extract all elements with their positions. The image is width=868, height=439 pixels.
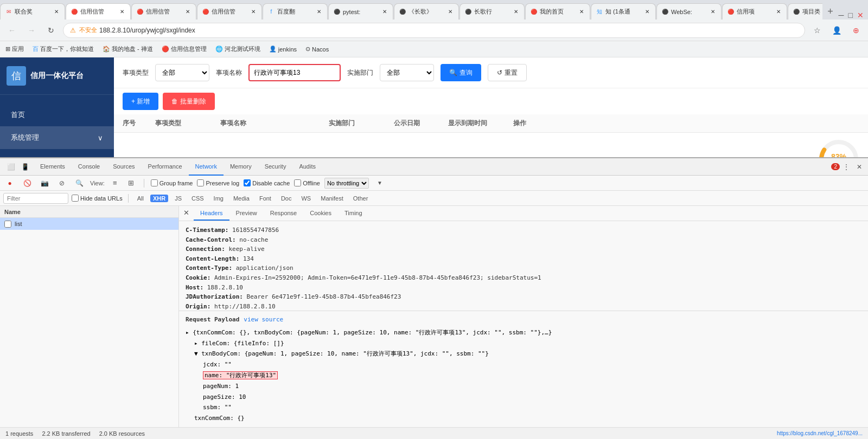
filter-media[interactable]: Media xyxy=(230,195,253,202)
hide-data-urls-label[interactable]: Hide data URLs xyxy=(72,195,123,202)
bookmark-apps[interactable]: ⊞ 应用 xyxy=(5,45,24,53)
offline-checkbox[interactable] xyxy=(294,179,301,186)
grid-view-button[interactable]: ⊞ xyxy=(125,177,137,189)
bookmark-jenkins[interactable]: 👤 jenkins xyxy=(269,46,297,53)
tab-memory[interactable]: Memory xyxy=(224,158,258,176)
filter-css[interactable]: CSS xyxy=(188,195,207,202)
tab-close-6[interactable]: ✕ xyxy=(381,8,388,16)
list-view-button[interactable]: ≡ xyxy=(109,177,121,189)
tab-close-4[interactable]: ✕ xyxy=(250,8,257,16)
tab-close-7[interactable]: ✕ xyxy=(446,8,454,16)
browser-tab-5[interactable]: f百度翻✕ xyxy=(263,3,328,20)
bookmark-credit[interactable]: 🔴 信用信息管理 xyxy=(162,45,207,53)
browser-tab-9[interactable]: 🔴我的首页✕ xyxy=(525,3,590,20)
browser-tab-6[interactable]: ⚫pytest:✕ xyxy=(328,3,393,20)
profile-button[interactable]: 👤 xyxy=(829,23,844,38)
preserve-log-checkbox-label[interactable]: Preserve log xyxy=(197,179,239,186)
maximize-button[interactable]: □ xyxy=(848,11,853,20)
search-button[interactable]: 🔍 查询 xyxy=(441,64,481,81)
filter-xhr[interactable]: XHR xyxy=(150,195,168,202)
offline-checkbox-label[interactable]: Offline xyxy=(294,179,320,186)
close-devtools-button[interactable]: ✕ xyxy=(853,160,866,173)
address-bar[interactable]: ⚠ 不安全 188.2.8.10/urop/ywjcgl/sxgl/index xyxy=(63,23,805,38)
tab-security[interactable]: Security xyxy=(258,158,293,176)
browser-tab-4[interactable]: 🔴信用信管✕ xyxy=(197,3,262,20)
list-item-checkbox[interactable] xyxy=(4,221,11,228)
clear-button[interactable]: 🚫 xyxy=(21,177,34,190)
minimize-button[interactable]: ─ xyxy=(839,11,844,20)
tab-timing[interactable]: Timing xyxy=(338,206,369,221)
tab-close-12[interactable]: ✕ xyxy=(775,8,782,16)
close-detail-button[interactable]: ✕ xyxy=(179,206,194,221)
browser-tab-11[interactable]: ⚫WebSe:✕ xyxy=(656,3,722,20)
tab-close-1[interactable]: ✕ xyxy=(53,8,60,16)
tab-audits[interactable]: Audits xyxy=(292,158,322,176)
browser-tab-10[interactable]: 知知 (1条通✕ xyxy=(591,3,656,20)
dept-select[interactable]: 全部 xyxy=(380,64,434,81)
close-button[interactable]: ✕ xyxy=(857,11,864,20)
browser-tab-8[interactable]: ⚫长歌行✕ xyxy=(459,3,525,20)
browser-tab-12[interactable]: 🔴信用项✕ xyxy=(722,3,787,20)
throttle-select[interactable]: No throttling xyxy=(324,178,369,189)
network-filter-input[interactable] xyxy=(3,193,68,204)
filter-manifest[interactable]: Manifest xyxy=(317,195,347,202)
sidebar-item-home[interactable]: 首页 xyxy=(0,104,114,126)
filter-img[interactable]: Img xyxy=(210,195,227,202)
disable-cache-checkbox[interactable] xyxy=(244,179,251,186)
disable-cache-checkbox-label[interactable]: Disable cache xyxy=(244,179,290,186)
type-select[interactable]: 全部 xyxy=(155,64,209,81)
capture-screenshot-button[interactable]: 📷 xyxy=(38,177,51,190)
record-button[interactable]: ● xyxy=(3,177,16,190)
tab-network[interactable]: Network xyxy=(189,158,224,176)
tab-close-11[interactable]: ✕ xyxy=(709,8,717,16)
bookmark-myspace[interactable]: 🏠 我的地盘 - 禅道 xyxy=(103,45,153,53)
filter-font[interactable]: Font xyxy=(256,195,275,202)
filter-ws[interactable]: WS xyxy=(298,195,314,202)
hide-data-urls-checkbox[interactable] xyxy=(72,195,79,202)
filter-other[interactable]: Other xyxy=(350,195,372,202)
new-tab-button[interactable]: + xyxy=(822,3,839,20)
tab-close-3[interactable]: ✕ xyxy=(184,8,192,16)
bookmark-nacos[interactable]: ⊙ Nacos xyxy=(305,46,329,53)
reload-button[interactable]: ↻ xyxy=(43,23,59,38)
add-button[interactable]: + 新增 xyxy=(123,93,158,110)
back-button[interactable]: ← xyxy=(4,23,20,38)
bookmark-star-button[interactable]: ☆ xyxy=(809,23,825,38)
filter-all[interactable]: All xyxy=(134,195,147,202)
forward-button[interactable]: → xyxy=(24,23,39,38)
group-frame-checkbox[interactable] xyxy=(151,179,158,186)
tab-close-2[interactable]: ✕ xyxy=(118,8,126,16)
throttle-chevron-icon[interactable]: ▼ xyxy=(373,177,386,190)
tab-preview[interactable]: Preview xyxy=(229,206,264,221)
reset-button[interactable]: ↺ 重置 xyxy=(488,64,527,81)
tab-close-10[interactable]: ✕ xyxy=(643,8,651,16)
browser-tab-13[interactable]: ⚫项目类✕ xyxy=(788,3,822,20)
device-toggle-button[interactable]: 📱 xyxy=(18,160,31,173)
filter-doc[interactable]: Doc xyxy=(278,195,295,202)
browser-tab-7[interactable]: ⚫《长歌》✕ xyxy=(394,3,459,20)
preserve-log-checkbox[interactable] xyxy=(197,179,204,186)
bookmark-test[interactable]: 🌐 河北测试环境 xyxy=(215,45,260,53)
list-item[interactable]: list xyxy=(0,218,178,230)
tab-sources[interactable]: Sources xyxy=(106,158,141,176)
group-frame-checkbox-label[interactable]: Group frame xyxy=(151,179,193,186)
filter-button[interactable]: ⊘ xyxy=(55,177,68,190)
bookmark-baidu[interactable]: 百 百度一下，你就知道 xyxy=(33,45,94,53)
filter-js[interactable]: JS xyxy=(171,195,185,202)
menu-button[interactable]: ⊕ xyxy=(848,23,864,38)
view-source-link[interactable]: view source xyxy=(244,314,283,325)
sidebar-item-system[interactable]: 系统管理 ∨ xyxy=(0,126,114,149)
tab-headers[interactable]: Headers xyxy=(194,206,229,221)
tab-console[interactable]: Console xyxy=(72,158,106,176)
batch-delete-button[interactable]: 🗑 批量删除 xyxy=(163,93,214,110)
tab-close-8[interactable]: ✕ xyxy=(512,8,520,16)
inspect-element-button[interactable]: ⬜ xyxy=(4,160,17,173)
tab-performance[interactable]: Performance xyxy=(142,158,189,176)
browser-tab-2[interactable]: 🔴信用信管✕ xyxy=(66,3,131,20)
csdn-link[interactable]: https://blog.csdn.net/cgl_1678249... xyxy=(777,430,863,436)
browser-tab-1[interactable]: ✉联合奖✕ xyxy=(0,3,65,20)
tab-cookies[interactable]: Cookies xyxy=(303,206,338,221)
name-input[interactable] xyxy=(248,64,341,81)
tab-close-5[interactable]: ✕ xyxy=(315,8,323,16)
search-requests-button[interactable]: 🔍 xyxy=(73,177,86,190)
